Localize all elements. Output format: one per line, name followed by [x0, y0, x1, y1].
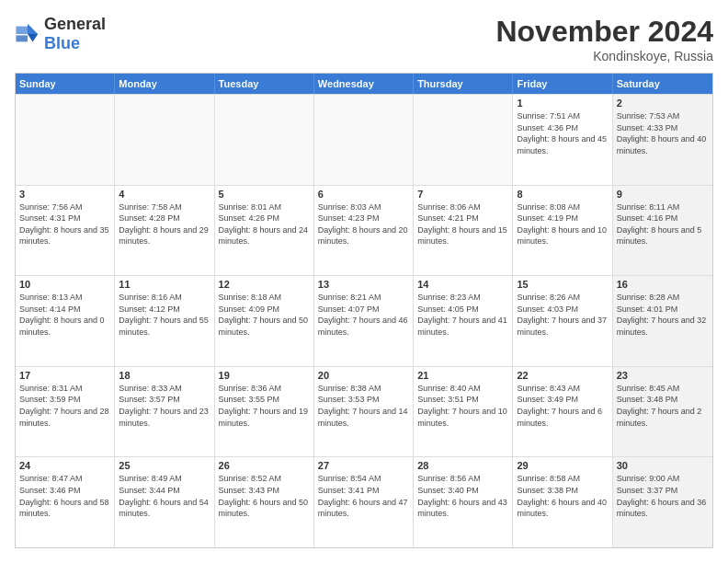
cal-cell-3-4: 21 Sunrise: 8:40 AM Sunset: 3:51 PM Dayl… — [414, 367, 513, 457]
svg-rect-4 — [16, 35, 28, 41]
cal-cell-0-6: 2 Sunrise: 7:53 AM Sunset: 4:33 PM Dayli… — [613, 95, 712, 185]
page: General Blue November 2024 Kondinskoye, … — [0, 0, 728, 563]
logo-text: General Blue — [44, 15, 106, 53]
cal-cell-1-1: 4 Sunrise: 7:58 AM Sunset: 4:28 PM Dayli… — [115, 186, 214, 276]
day-info: Sunrise: 8:58 AM Sunset: 3:38 PM Dayligh… — [517, 473, 608, 519]
day-number: 18 — [119, 370, 210, 381]
cal-cell-4-2: 26 Sunrise: 8:52 AM Sunset: 3:43 PM Dayl… — [215, 457, 314, 547]
cal-cell-4-0: 24 Sunrise: 8:47 AM Sunset: 3:46 PM Dayl… — [16, 457, 115, 547]
logo-icon — [15, 21, 40, 47]
cal-cell-0-5: 1 Sunrise: 7:51 AM Sunset: 4:36 PM Dayli… — [513, 95, 612, 185]
day-number: 20 — [318, 370, 409, 381]
day-number: 6 — [318, 189, 409, 200]
cal-cell-3-6: 23 Sunrise: 8:45 AM Sunset: 3:48 PM Dayl… — [613, 367, 712, 457]
day-info: Sunrise: 7:56 AM Sunset: 4:31 PM Dayligh… — [19, 201, 110, 247]
cal-cell-2-3: 13 Sunrise: 8:21 AM Sunset: 4:07 PM Dayl… — [314, 276, 414, 366]
header-monday: Monday — [115, 74, 214, 94]
calendar-header: Sunday Monday Tuesday Wednesday Thursday… — [16, 74, 712, 94]
cal-cell-2-2: 12 Sunrise: 8:18 AM Sunset: 4:09 PM Dayl… — [215, 276, 314, 366]
day-info: Sunrise: 8:38 AM Sunset: 3:53 PM Dayligh… — [318, 383, 409, 429]
cal-cell-0-0 — [16, 95, 115, 185]
day-info: Sunrise: 8:56 AM Sunset: 3:40 PM Dayligh… — [417, 473, 508, 519]
logo-general: General — [44, 15, 106, 33]
day-number: 26 — [219, 460, 310, 471]
cal-cell-1-2: 5 Sunrise: 8:01 AM Sunset: 4:26 PM Dayli… — [215, 186, 314, 276]
day-info: Sunrise: 8:36 AM Sunset: 3:55 PM Dayligh… — [219, 383, 310, 429]
day-number: 11 — [119, 279, 210, 290]
cal-cell-1-5: 8 Sunrise: 8:08 AM Sunset: 4:19 PM Dayli… — [513, 186, 612, 276]
cal-row-3: 17 Sunrise: 8:31 AM Sunset: 3:59 PM Dayl… — [16, 366, 712, 457]
calendar: Sunday Monday Tuesday Wednesday Thursday… — [15, 73, 713, 548]
day-number: 1 — [517, 98, 608, 109]
cal-cell-4-1: 25 Sunrise: 8:49 AM Sunset: 3:44 PM Dayl… — [115, 457, 214, 547]
header-wednesday: Wednesday — [314, 74, 414, 94]
cal-cell-2-1: 11 Sunrise: 8:16 AM Sunset: 4:12 PM Dayl… — [115, 276, 214, 366]
day-info: Sunrise: 7:53 AM Sunset: 4:33 PM Dayligh… — [617, 110, 709, 156]
day-info: Sunrise: 8:01 AM Sunset: 4:26 PM Dayligh… — [219, 201, 310, 247]
day-number: 17 — [19, 370, 110, 381]
cal-row-0: 1 Sunrise: 7:51 AM Sunset: 4:36 PM Dayli… — [16, 94, 712, 185]
day-info: Sunrise: 8:13 AM Sunset: 4:14 PM Dayligh… — [19, 292, 110, 338]
header-sunday: Sunday — [16, 74, 115, 94]
day-info: Sunrise: 8:54 AM Sunset: 3:41 PM Dayligh… — [318, 473, 409, 519]
cal-cell-4-6: 30 Sunrise: 9:00 AM Sunset: 3:37 PM Dayl… — [613, 457, 712, 547]
location: Kondinskoye, Russia — [495, 49, 713, 63]
day-number: 25 — [119, 460, 210, 471]
title-section: November 2024 Kondinskoye, Russia — [495, 15, 713, 63]
day-number: 4 — [119, 189, 210, 200]
day-number: 2 — [617, 98, 709, 109]
cal-cell-2-0: 10 Sunrise: 8:13 AM Sunset: 4:14 PM Dayl… — [16, 276, 115, 366]
cal-cell-4-3: 27 Sunrise: 8:54 AM Sunset: 3:41 PM Dayl… — [314, 457, 414, 547]
day-info: Sunrise: 8:43 AM Sunset: 3:49 PM Dayligh… — [517, 383, 608, 429]
cal-cell-1-3: 6 Sunrise: 8:03 AM Sunset: 4:23 PM Dayli… — [314, 186, 414, 276]
day-info: Sunrise: 8:52 AM Sunset: 3:43 PM Dayligh… — [219, 473, 310, 519]
cal-cell-2-6: 16 Sunrise: 8:28 AM Sunset: 4:01 PM Dayl… — [613, 276, 712, 366]
svg-rect-3 — [16, 27, 28, 34]
cal-cell-3-3: 20 Sunrise: 8:38 AM Sunset: 3:53 PM Dayl… — [314, 367, 414, 457]
logo-blue: Blue — [44, 34, 80, 52]
cal-cell-4-4: 28 Sunrise: 8:56 AM Sunset: 3:40 PM Dayl… — [414, 457, 513, 547]
day-info: Sunrise: 8:31 AM Sunset: 3:59 PM Dayligh… — [19, 383, 110, 429]
cal-cell-0-3 — [314, 95, 414, 185]
day-info: Sunrise: 7:51 AM Sunset: 4:36 PM Dayligh… — [517, 110, 608, 156]
cal-cell-2-5: 15 Sunrise: 8:26 AM Sunset: 4:03 PM Dayl… — [513, 276, 612, 366]
day-info: Sunrise: 8:18 AM Sunset: 4:09 PM Dayligh… — [219, 292, 310, 338]
day-number: 24 — [19, 460, 110, 471]
cal-cell-3-0: 17 Sunrise: 8:31 AM Sunset: 3:59 PM Dayl… — [16, 367, 115, 457]
logo: General Blue — [15, 15, 106, 53]
day-info: Sunrise: 8:21 AM Sunset: 4:07 PM Dayligh… — [318, 292, 409, 338]
day-number: 3 — [19, 189, 110, 200]
day-number: 9 — [617, 189, 709, 200]
month-title: November 2024 — [495, 15, 713, 49]
day-info: Sunrise: 8:11 AM Sunset: 4:16 PM Dayligh… — [617, 201, 709, 247]
cal-cell-3-1: 18 Sunrise: 8:33 AM Sunset: 3:57 PM Dayl… — [115, 367, 214, 457]
header-tuesday: Tuesday — [215, 74, 314, 94]
cal-cell-4-5: 29 Sunrise: 8:58 AM Sunset: 3:38 PM Dayl… — [513, 457, 612, 547]
day-number: 29 — [517, 460, 608, 471]
day-info: Sunrise: 8:40 AM Sunset: 3:51 PM Dayligh… — [417, 383, 508, 429]
day-number: 7 — [417, 189, 508, 200]
day-info: Sunrise: 8:47 AM Sunset: 3:46 PM Dayligh… — [19, 473, 110, 519]
day-number: 8 — [517, 189, 608, 200]
cal-cell-0-4 — [414, 95, 513, 185]
day-info: Sunrise: 8:03 AM Sunset: 4:23 PM Dayligh… — [318, 201, 409, 247]
day-info: Sunrise: 8:26 AM Sunset: 4:03 PM Dayligh… — [517, 292, 608, 338]
day-info: Sunrise: 9:00 AM Sunset: 3:37 PM Dayligh… — [617, 473, 709, 519]
day-info: Sunrise: 8:49 AM Sunset: 3:44 PM Dayligh… — [119, 473, 210, 519]
calendar-body: 1 Sunrise: 7:51 AM Sunset: 4:36 PM Dayli… — [16, 94, 712, 547]
day-info: Sunrise: 8:28 AM Sunset: 4:01 PM Dayligh… — [617, 292, 709, 338]
cal-cell-3-5: 22 Sunrise: 8:43 AM Sunset: 3:49 PM Dayl… — [513, 367, 612, 457]
day-number: 13 — [318, 279, 409, 290]
day-number: 21 — [417, 370, 508, 381]
header-saturday: Saturday — [613, 74, 712, 94]
day-number: 19 — [219, 370, 310, 381]
header-thursday: Thursday — [414, 74, 513, 94]
day-number: 22 — [517, 370, 608, 381]
day-info: Sunrise: 8:23 AM Sunset: 4:05 PM Dayligh… — [417, 292, 508, 338]
cal-cell-1-6: 9 Sunrise: 8:11 AM Sunset: 4:16 PM Dayli… — [613, 186, 712, 276]
header-friday: Friday — [513, 74, 612, 94]
cal-cell-0-1 — [115, 95, 214, 185]
cal-row-1: 3 Sunrise: 7:56 AM Sunset: 4:31 PM Dayli… — [16, 185, 712, 276]
day-number: 5 — [219, 189, 310, 200]
cal-cell-1-0: 3 Sunrise: 7:56 AM Sunset: 4:31 PM Dayli… — [16, 186, 115, 276]
